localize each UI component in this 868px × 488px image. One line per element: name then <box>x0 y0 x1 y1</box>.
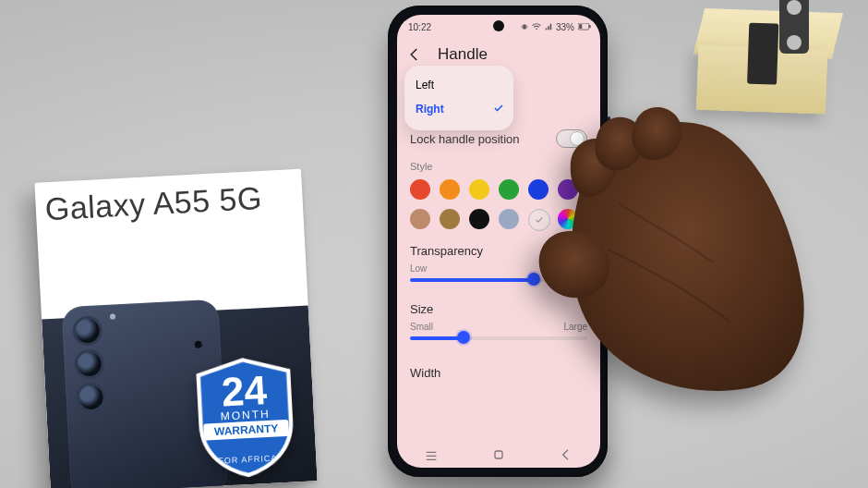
punch-hole-camera <box>493 20 504 31</box>
metal-hinge <box>779 0 809 54</box>
popover-option-left[interactable]: Left <box>416 73 504 97</box>
product-box: Galaxy A55 5G 24 MONTH WARRANTY FOR AFRI… <box>34 169 317 488</box>
product-box-title: Galaxy A55 5G <box>44 178 295 227</box>
phone-side-button <box>608 116 610 157</box>
phone-side-button-2 <box>608 168 610 233</box>
popover-option-left-label: Left <box>416 79 434 92</box>
position-popover: Left Right <box>404 66 513 130</box>
phone: 10:22 33% Handle Left Right <box>388 6 608 477</box>
warranty-shield: 24 MONTH WARRANTY FOR AFRICA <box>191 354 301 480</box>
product-box-render: 24 MONTH WARRANTY FOR AFRICA <box>42 305 318 488</box>
check-icon <box>493 103 504 116</box>
phone-screen: 10:22 33% Handle Left Right <box>397 15 600 468</box>
popover-option-right[interactable]: Right <box>416 97 504 121</box>
popover-option-right-label: Right <box>416 103 444 116</box>
